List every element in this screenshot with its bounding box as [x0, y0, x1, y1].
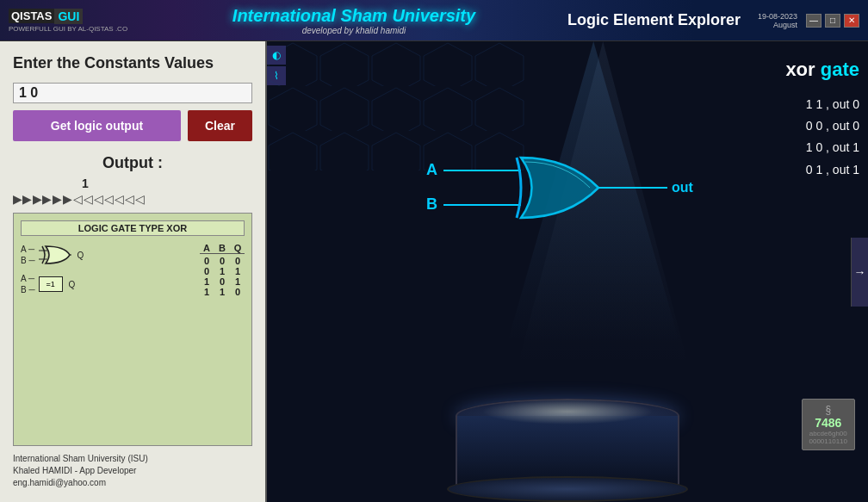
- restore-button[interactable]: □: [825, 14, 840, 28]
- truth-table: A B Q 0 0 0 0 1 1 1: [200, 243, 245, 297]
- gate-diagrams: A ─ B ─ Q: [21, 243, 245, 297]
- footer-line3: eng.hamidi@yahoo.com: [13, 477, 252, 489]
- gate-label-a: A: [426, 161, 437, 178]
- arrow-5: ◁: [73, 192, 83, 206]
- title-bar: QISTAS GUI POWERFULL GUI BY AL-QISTAS .C…: [0, 0, 868, 41]
- close-button[interactable]: ✕: [844, 14, 859, 28]
- tt-cell-b4: 1: [215, 287, 229, 297]
- input-b-label: B ─: [21, 256, 35, 265]
- right-info-panel: xor gate 1 1 , out 0 0 0 , out 0 1 0 , o…: [722, 59, 859, 181]
- gate-q-label-1: Q: [78, 251, 84, 260]
- tt-cell-q2: 1: [231, 266, 245, 276]
- chip-number: 7486: [809, 416, 848, 430]
- logo-area: QISTAS GUI POWERFULL GUI BY AL-QISTAS .C…: [9, 9, 127, 33]
- date-sub: August: [758, 21, 797, 29]
- footer-line1: International Sham University (ISU): [13, 453, 252, 465]
- tt-cell-b1: 0: [215, 256, 229, 266]
- tt-cell-a4: 1: [200, 287, 214, 297]
- tt-col-b: B: [215, 243, 229, 253]
- arrow-4: ▶: [63, 192, 72, 206]
- title-center: International Sham University developed …: [140, 6, 567, 35]
- tt-cell-a1: 0: [200, 256, 214, 266]
- arrow-8: ◁: [104, 192, 114, 206]
- gate-inputs-2: A ─ B ─: [21, 274, 35, 294]
- truth-table-right: 1 1 , out 0 0 0 , out 0 1 0 , out 1 0 1 …: [722, 94, 859, 181]
- chip-code1: abcde6gh00: [809, 430, 848, 437]
- input-value-display: 1 0: [13, 83, 252, 103]
- xor-gate-svg-1: [39, 243, 71, 267]
- logo-gui: GUI: [54, 9, 83, 24]
- signals-row: ▶▶ ▶▶ ▶ ▶ ◁ ◁ ◁ ◁ ◁ ◁ ◁: [13, 192, 252, 206]
- gate-symbol-row-1: A ─ B ─ Q: [21, 243, 191, 267]
- logo-top: QISTAS GUI: [9, 9, 127, 24]
- input-a-label: A ─: [21, 245, 35, 254]
- footer-line2: Khaled HAMIDI - App Developer: [13, 465, 252, 477]
- tt-col-q: Q: [231, 243, 245, 253]
- truth-line-4: 0 1 , out 1: [722, 159, 859, 181]
- chip-code2: 0000110110: [809, 437, 848, 445]
- input-b2-label: B ─: [21, 285, 35, 294]
- truth-line-3: 1 0 , out 1: [722, 137, 859, 158]
- tt-cell-q4: 0: [231, 287, 245, 297]
- logo-sub: POWERFULL GUI BY AL-QISTAS .CO: [9, 25, 127, 33]
- xor-gate-3d-svg: A B out: [418, 110, 745, 265]
- stage-bottom: [447, 476, 688, 502]
- date-text: 19-08-2023: [758, 12, 797, 21]
- chip-badge: § 7486 abcde6gh00 0000110110: [802, 399, 856, 450]
- gate-symbol-diagrams: A ─ B ─ Q: [21, 243, 191, 297]
- xor-gate-title: xor gate: [722, 59, 859, 81]
- gate-label-b: B: [426, 195, 437, 213]
- stage-container: [447, 399, 688, 502]
- button-row: Get logic output Clear: [13, 110, 252, 141]
- tt-cell-a3: 1: [200, 276, 214, 287]
- gate-type-label: LOGIC GATE TYPE XOR: [21, 220, 245, 236]
- arrow-3: ▶: [53, 192, 62, 206]
- tt-cell-b3: 0: [215, 276, 229, 287]
- tt-col-a: A: [200, 243, 214, 253]
- gate-info-box: LOGIC GATE TYPE XOR A ─ B ─: [13, 213, 252, 446]
- panel-title: Enter the Constants Values: [13, 54, 252, 72]
- arrow-2: ▶▶: [33, 192, 52, 206]
- input-a2-label: A ─: [21, 274, 35, 283]
- gate-q-label-2: Q: [69, 280, 76, 289]
- gate-out-text: out: [672, 180, 694, 195]
- tt-row-3: 1 0 1: [200, 276, 245, 287]
- output-number: 1: [82, 177, 89, 190]
- logo-qistas: QISTAS: [9, 9, 54, 23]
- gate-eq-symbol: =1: [39, 276, 63, 292]
- right-arrow-button[interactable]: →: [851, 238, 868, 307]
- stage-glow: [481, 399, 654, 425]
- main-content: Enter the Constants Values 1 0 Get logic…: [0, 41, 868, 502]
- chip-symbol: §: [809, 404, 848, 416]
- left-panel: Enter the Constants Values 1 0 Get logic…: [0, 41, 267, 502]
- tt-cell-q3: 1: [231, 276, 245, 287]
- tt-row-4: 1 1 0: [200, 287, 245, 297]
- footer-info: International Sham University (ISU) Khal…: [13, 453, 252, 489]
- tt-cell-q1: 0: [231, 256, 245, 266]
- truth-line-2: 0 0 , out 0: [722, 115, 859, 137]
- stage-body: [456, 416, 679, 485]
- window-controls: — □ ✕: [806, 14, 859, 28]
- arrow-10: ◁: [125, 192, 134, 206]
- output-label: Output :: [13, 154, 252, 172]
- tt-cell-a2: 0: [200, 266, 214, 276]
- get-logic-button[interactable]: Get logic output: [13, 110, 181, 141]
- gate-inputs-1: A ─ B ─: [21, 245, 35, 265]
- gate-word-label: gate: [821, 59, 859, 80]
- uni-dev: developed by khalid hamidi: [140, 26, 567, 35]
- tt-row-1: 0 0 0: [200, 256, 245, 266]
- tt-row-2: 0 1 1: [200, 266, 245, 276]
- arrow-7: ◁: [94, 192, 103, 206]
- gate-symbol-row-2: A ─ B ─ =1 Q: [21, 274, 191, 294]
- arrow-11: ◁: [135, 192, 145, 206]
- uni-title: International Sham University: [140, 6, 567, 26]
- truth-line-1: 1 1 , out 0: [722, 94, 859, 115]
- date-area: 19-08-2023 August: [758, 12, 797, 29]
- arrow-1: ▶▶: [13, 192, 32, 206]
- xor-label: xor: [785, 59, 815, 80]
- arrow-6: ◁: [84, 192, 93, 206]
- center-area: ◐ ⌇ A B: [267, 41, 868, 502]
- tt-header: A B Q: [200, 243, 245, 254]
- minimize-button[interactable]: —: [806, 14, 822, 28]
- clear-button[interactable]: Clear: [188, 110, 252, 141]
